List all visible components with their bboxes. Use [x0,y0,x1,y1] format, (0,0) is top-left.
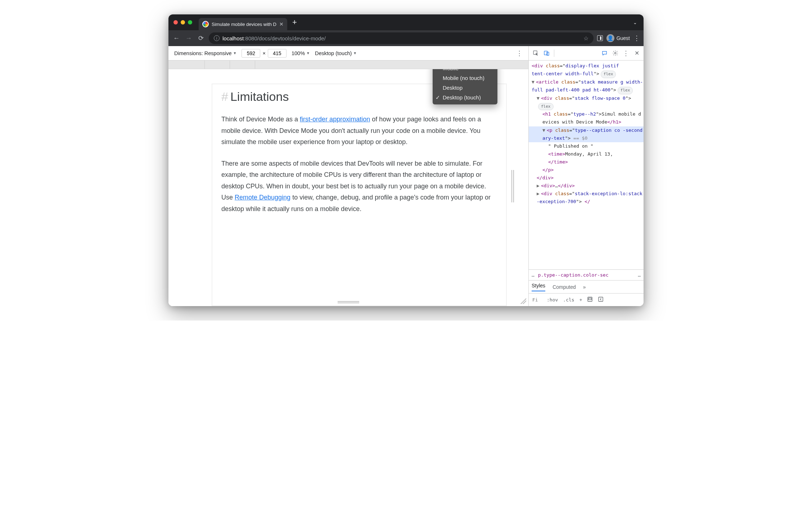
profile-button[interactable]: 👤 Guest [606,34,630,42]
chevron-down-icon: ▼ [233,51,237,55]
tab-styles[interactable]: Styles [532,283,545,291]
device-type-menu: Mobile Mobile (no touch) Desktop Desktop… [433,69,497,104]
address-bar[interactable]: i localhost:8080/docs/devtools/device-mo… [209,32,594,44]
styles-tabbar: Styles Computed » [529,280,644,293]
styles-toolbar: :hov .cls + [529,293,644,306]
devtools-more-icon[interactable]: ⋮ [621,49,631,58]
devtools-panel: ⋮ ✕ <div class="display-flex justif tent… [528,46,644,306]
device-type-dropdown[interactable]: Desktop (touch) ▼ [315,50,357,56]
browser-window: Simulate mobile devices with D ✕ + ⌄ ← →… [168,14,644,306]
tab-strip: Simulate mobile devices with D ✕ + ⌄ [168,14,644,30]
device-ruler[interactable] [168,61,528,69]
resize-handle-corner[interactable] [520,297,526,304]
zoom-dropdown[interactable]: 100% ▼ [292,50,310,56]
crumbs-overflow-left[interactable]: … [532,272,534,278]
paragraph: Think of Device Mode as a first-order ap… [221,114,497,148]
menu-item-mobile[interactable]: Mobile [433,69,497,73]
times-label: × [262,50,265,56]
messages-icon[interactable] [600,49,609,58]
rendered-page-viewport: Mobile Mobile (no touch) Desktop Desktop… [168,69,528,306]
hash-anchor-icon[interactable]: # [221,90,228,103]
profile-label: Guest [617,35,630,41]
dimensions-dropdown[interactable]: Dimensions: Responsive ▼ [174,50,236,56]
resize-handle-bottom[interactable] [338,301,359,303]
browser-toolbar: ← → ⟳ i localhost:8080/docs/devtools/dev… [168,30,644,46]
menu-item-desktop[interactable]: Desktop [433,83,497,93]
height-input[interactable] [268,49,287,58]
device-toolbar-more-icon[interactable]: ⋮ [516,49,523,57]
toggle-device-toolbar-icon[interactable] [542,49,551,58]
chrome-favicon-icon [202,21,209,27]
paragraph: There are some aspects of mobile devices… [221,158,497,215]
page-content: #Limitations Think of Device Mode as a f… [212,84,507,306]
menu-item-mobile-no-touch[interactable]: Mobile (no touch) [433,73,497,83]
avatar-icon: 👤 [606,34,614,42]
workspace: Dimensions: Responsive ▼ × 100% ▼ Deskto… [168,46,644,306]
forward-button[interactable]: → [184,35,193,42]
tabs-overflow-icon[interactable]: » [583,284,586,290]
device-toolbar: Dimensions: Responsive ▼ × 100% ▼ Deskto… [168,46,528,61]
link-first-order-approximation[interactable]: first-order approximation [300,116,370,123]
elements-tree[interactable]: <div class="display-flex justif tent-cen… [529,61,644,269]
toggle-classes-button[interactable]: .cls [563,297,574,303]
settings-gear-icon[interactable] [610,49,620,58]
bookmark-icon[interactable]: ☆ [583,35,588,42]
tab-computed[interactable]: Computed [552,284,576,290]
close-window[interactable] [173,20,178,24]
browser-menu-icon[interactable]: ⋮ [633,34,640,42]
flex-badge[interactable]: flex [538,103,554,111]
breadcrumbs[interactable]: … p.type--caption.color-sec … [529,269,644,280]
svg-rect-6 [599,297,603,301]
device-preview-icon[interactable] [587,296,593,303]
chevron-down-icon: ▼ [306,51,310,55]
device-mode-view: Dimensions: Responsive ▼ × 100% ▼ Deskto… [168,46,528,306]
width-input[interactable] [242,49,260,58]
svg-point-3 [614,52,616,54]
viewport-scrollbar[interactable] [511,170,514,202]
styles-filter-input[interactable] [532,297,542,303]
close-tab-icon[interactable]: ✕ [279,21,284,27]
window-menu-chevron-icon[interactable]: ⌄ [633,20,641,25]
crumb-selected[interactable]: p.type--caption.color-sec [538,272,609,278]
url-text: localhost:8080/docs/devtools/device-mode… [222,35,326,41]
minimize-window[interactable] [181,20,185,24]
reload-button[interactable]: ⟳ [197,34,205,42]
link-remote-debugging[interactable]: Remote Debugging [235,194,290,201]
new-style-rule-icon[interactable]: + [579,297,582,303]
svg-rect-5 [588,298,591,300]
new-tab-button[interactable]: + [287,18,302,27]
flex-badge[interactable]: flex [601,71,616,78]
window-controls [173,20,192,24]
flex-badge[interactable]: flex [618,87,633,94]
site-info-icon[interactable]: i [214,35,220,41]
crumbs-overflow-right[interactable]: … [638,272,641,278]
tab-title: Simulate mobile devices with D [212,22,276,27]
inspect-element-icon[interactable] [531,49,540,58]
selected-node[interactable]: ▼<p class="type--caption co -secondary-t… [529,126,644,142]
chevron-down-icon: ▼ [353,51,357,55]
maximize-window[interactable] [188,20,192,24]
devtools-tabbar: ⋮ ✕ [529,46,644,61]
toggle-hover-button[interactable]: :hov [547,297,558,303]
browser-tab[interactable]: Simulate mobile devices with D ✕ [199,18,287,30]
side-panel-icon[interactable] [597,35,603,41]
close-devtools-icon[interactable]: ✕ [632,49,641,58]
menu-item-desktop-touch[interactable]: Desktop (touch) [433,93,497,102]
computed-sidebar-icon[interactable] [598,296,604,303]
back-button[interactable]: ← [172,35,181,42]
